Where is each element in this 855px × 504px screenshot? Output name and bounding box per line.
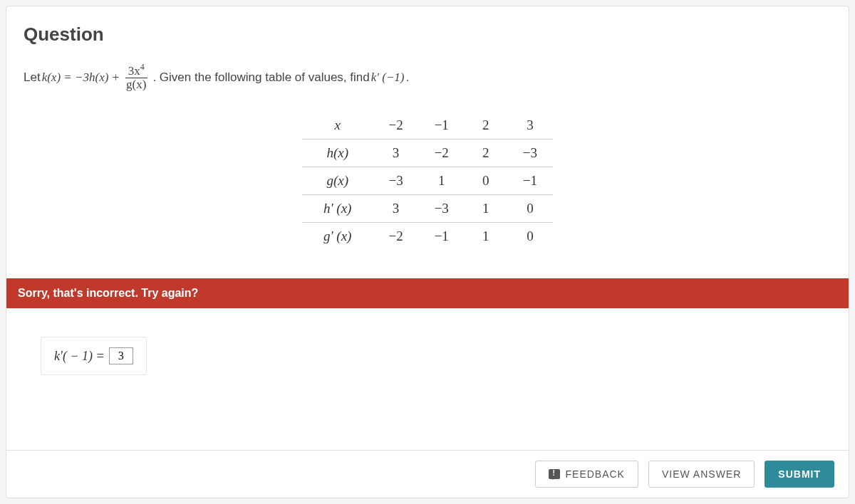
answer-label: k′( − 1) = xyxy=(54,349,105,364)
cell: 0 xyxy=(507,223,553,251)
footer-bar: FEEDBACK VIEW ANSWER SUBMIT xyxy=(6,450,849,498)
cell: −1 xyxy=(419,223,465,251)
prompt-fraction: 3x4 g(x) xyxy=(123,63,149,92)
cell: 0 xyxy=(465,167,507,195)
cell: −3 xyxy=(507,140,553,167)
row-label: g′ (x) xyxy=(302,223,373,251)
submit-button[interactable]: SUBMIT xyxy=(765,461,834,488)
col-header: 3 xyxy=(507,112,553,140)
question-title: Question xyxy=(24,23,831,46)
cell: −2 xyxy=(373,223,418,251)
row-label: h(x) xyxy=(302,140,373,167)
submit-label: SUBMIT xyxy=(778,468,821,480)
col-header: −1 xyxy=(419,112,465,140)
cell: 0 xyxy=(507,195,553,223)
cell: 1 xyxy=(465,195,507,223)
values-table-wrap: x −2 −1 2 3 h(x) 3 −2 2 −3 g(x) −3 1 0 −… xyxy=(24,112,831,250)
cell: −3 xyxy=(373,167,418,195)
row-label: h′ (x) xyxy=(302,195,373,223)
table-row: h′ (x) 3 −3 1 0 xyxy=(302,195,553,223)
prompt-mid: . Given the following table of values, f… xyxy=(152,70,369,85)
col-header: x xyxy=(302,112,373,140)
col-header: 2 xyxy=(465,112,507,140)
feedback-icon xyxy=(549,469,560,479)
cell: 2 xyxy=(465,140,507,167)
prompt-end: . xyxy=(406,70,410,85)
answer-row: k′( − 1) = xyxy=(41,337,147,375)
prompt-target: k′ (−1) xyxy=(371,70,405,85)
cell: −3 xyxy=(419,195,465,223)
view-answer-button[interactable]: VIEW ANSWER xyxy=(648,461,755,488)
table-row: g(x) −3 1 0 −1 xyxy=(302,167,553,195)
table-row: g′ (x) −2 −1 1 0 xyxy=(302,223,553,251)
cell: −2 xyxy=(419,140,465,167)
answer-input[interactable] xyxy=(109,347,133,364)
table-row: h(x) 3 −2 2 −3 xyxy=(302,140,553,167)
feedback-button[interactable]: FEEDBACK xyxy=(535,461,638,488)
row-label: g(x) xyxy=(302,167,373,195)
col-header: −2 xyxy=(373,112,418,140)
view-answer-label: VIEW ANSWER xyxy=(662,468,741,480)
prompt-equation-lhs: k(x) = −3h(x) + xyxy=(42,70,120,85)
table-row: x −2 −1 2 3 xyxy=(302,112,553,140)
cell: −1 xyxy=(507,167,553,195)
feedback-label: FEEDBACK xyxy=(566,468,625,480)
cell: 1 xyxy=(465,223,507,251)
prompt: Let k(x) = −3h(x) + 3x4 g(x) . Given the… xyxy=(24,63,831,92)
error-banner: Sorry, that's incorrect. Try again? xyxy=(6,278,849,308)
question-card: Question Let k(x) = −3h(x) + 3x4 g(x) . … xyxy=(6,6,849,498)
values-table: x −2 −1 2 3 h(x) 3 −2 2 −3 g(x) −3 1 0 −… xyxy=(302,112,553,250)
cell: 1 xyxy=(419,167,465,195)
prompt-lead: Let xyxy=(24,70,41,85)
cell: 3 xyxy=(373,140,418,167)
cell: 3 xyxy=(373,195,418,223)
